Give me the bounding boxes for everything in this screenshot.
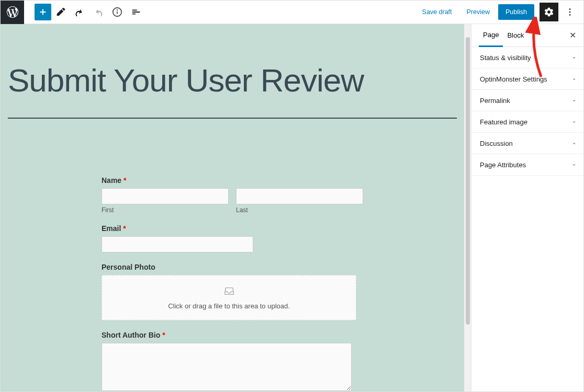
info-button[interactable] (108, 3, 127, 21)
chevron-down-icon: › (571, 164, 577, 165)
upload-text: Click or drag a file to this area to upl… (168, 302, 290, 310)
panel-featured-image[interactable]: Featured image › (471, 111, 583, 133)
gear-icon (544, 7, 554, 17)
wordpress-logo[interactable] (1, 1, 24, 24)
name-field: Name * First Last (102, 176, 363, 214)
file-upload-area[interactable]: Click or drag a file to this area to upl… (102, 275, 356, 320)
bio-label: Short Author Bio * (102, 331, 363, 339)
close-sidebar-button[interactable]: ✕ (569, 30, 576, 40)
panel-permalink[interactable]: Permalink › (471, 90, 583, 111)
wordpress-icon (7, 6, 18, 18)
redo-icon (93, 6, 104, 18)
email-label: Email * (102, 224, 363, 233)
add-block-button[interactable] (35, 4, 51, 20)
preview-button[interactable]: Preview (461, 4, 496, 20)
dots-vertical-icon (564, 6, 576, 18)
panel-discussion[interactable]: Discussion › (471, 133, 583, 154)
scrollbar[interactable] (464, 24, 471, 392)
first-sublabel: First (102, 206, 229, 214)
inbox-icon (223, 285, 235, 297)
bio-field: Short Author Bio * Please keep it below … (102, 331, 363, 392)
panel-status-visibility[interactable]: Status & visibility › (471, 47, 583, 68)
tab-page[interactable]: Page (479, 24, 503, 47)
page-title[interactable]: Submit Your User Review (1, 24, 464, 118)
pencil-icon (55, 6, 66, 18)
more-options-button[interactable] (560, 3, 579, 21)
last-name-input[interactable] (236, 188, 363, 204)
email-field: Email * (102, 224, 363, 252)
panel-page-attributes[interactable]: Page Attributes › (471, 154, 583, 176)
chevron-down-icon: › (571, 142, 577, 144)
svg-point-4 (569, 11, 571, 13)
main-area: Submit Your User Review Name * First Las… (1, 24, 583, 392)
undo-button[interactable] (70, 3, 89, 21)
photo-field: Personal Photo Click or drag a file to t… (102, 263, 363, 320)
chevron-down-icon: › (571, 78, 577, 79)
publish-button[interactable]: Publish (498, 4, 534, 20)
undo-icon (74, 6, 85, 18)
settings-button[interactable] (540, 3, 558, 21)
panel-optinmonster[interactable]: OptinMonster Settings › (471, 68, 583, 90)
edit-mode-button[interactable] (51, 3, 70, 21)
redo-button[interactable] (89, 3, 108, 21)
plus-icon (37, 6, 49, 18)
svg-point-3 (569, 8, 571, 10)
svg-point-5 (569, 14, 571, 16)
outline-button[interactable] (127, 3, 145, 21)
photo-label: Personal Photo (102, 263, 363, 271)
form-block: Name * First Last Email * (102, 176, 363, 392)
info-icon (111, 6, 123, 18)
svg-point-2 (117, 10, 118, 10)
toolbar-right: Save draft Preview Publish (416, 3, 583, 21)
editor-toolbar: Save draft Preview Publish (1, 1, 583, 24)
name-label: Name * (102, 176, 363, 185)
chevron-down-icon: › (571, 121, 577, 122)
editor-canvas[interactable]: Submit Your User Review Name * First Las… (1, 24, 464, 392)
tab-block[interactable]: Block (503, 24, 528, 47)
last-sublabel: Last (236, 206, 363, 214)
separator (8, 118, 457, 119)
chevron-down-icon: › (571, 99, 577, 101)
email-input[interactable] (102, 236, 253, 252)
list-icon (130, 6, 142, 18)
settings-sidebar: Page Block ✕ Status & visibility › Optin… (471, 24, 583, 392)
first-name-input[interactable] (102, 188, 229, 204)
scrollbar-thumb[interactable] (466, 37, 470, 325)
chevron-down-icon: › (571, 56, 577, 58)
bio-textarea[interactable] (102, 343, 352, 391)
save-draft-button[interactable]: Save draft (416, 4, 458, 20)
sidebar-tabs: Page Block ✕ (471, 24, 583, 47)
